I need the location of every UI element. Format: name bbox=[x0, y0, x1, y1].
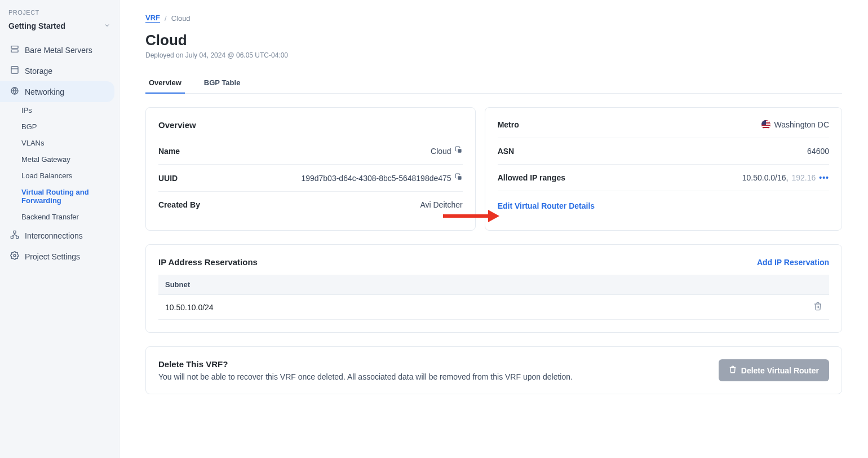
svg-rect-24 bbox=[761, 120, 766, 125]
delete-vrf-card: Delete This VRF? You will not be able to… bbox=[145, 346, 842, 394]
field-value: Avi Deitcher bbox=[420, 200, 462, 209]
overview-row-uuid: UUID 199d7b03-d64c-4308-8bc5-5648198de47… bbox=[158, 165, 463, 192]
subnav-networking: IPs BGP VLANs Metal Gateway Load Balance… bbox=[0, 102, 119, 225]
metro-value: Washington DC bbox=[774, 120, 829, 129]
sidebar-item-networking[interactable]: Networking bbox=[0, 81, 114, 102]
field-label: Name bbox=[158, 147, 180, 156]
field-label: UUID bbox=[158, 174, 178, 183]
subnet-cell: 10.50.10.0/24 bbox=[158, 295, 795, 320]
iprange-primary: 10.50.0.0/16, bbox=[742, 173, 789, 182]
delete-text: Delete This VRF? You will not be able to… bbox=[158, 359, 573, 381]
project-picker-label: Getting Started bbox=[8, 21, 65, 30]
sidebar-item-project-settings[interactable]: Project Settings bbox=[0, 246, 119, 267]
sidebar: PROJECT Getting Started Bare Metal Serve… bbox=[0, 0, 119, 458]
table-row: 10.50.10.0/24 bbox=[158, 295, 829, 320]
name-value: Cloud bbox=[431, 147, 451, 156]
servers-icon bbox=[10, 45, 19, 55]
copy-icon[interactable] bbox=[455, 173, 463, 183]
gear-icon bbox=[10, 251, 19, 262]
delete-button-label: Delete Virtual Router bbox=[741, 366, 819, 375]
svg-rect-23 bbox=[761, 128, 770, 129]
edit-virtual-router-details-link[interactable]: Edit Virtual Router Details bbox=[498, 201, 595, 210]
svg-line-13 bbox=[15, 235, 17, 236]
field-value: 10.50.0.0/16, 192.16 ••• bbox=[742, 173, 829, 182]
svg-rect-10 bbox=[16, 236, 19, 239]
iprange-secondary: 192.16 bbox=[791, 173, 816, 182]
subnav-item-vlans[interactable]: VLANs bbox=[0, 135, 119, 151]
subnav-item-ips[interactable]: IPs bbox=[0, 102, 119, 118]
uuid-value: 199d7b03-d64c-4308-8bc5-5648198de475 bbox=[301, 174, 451, 183]
ip-reservations-table: Subnet 10.50.10.0/24 bbox=[158, 275, 829, 320]
sidebar-item-bare-metal-servers[interactable]: Bare Metal Servers bbox=[0, 39, 119, 60]
svg-rect-8 bbox=[14, 231, 16, 233]
subnav-item-bgp[interactable]: BGP bbox=[0, 118, 119, 135]
field-value: 199d7b03-d64c-4308-8bc5-5648198de475 bbox=[301, 173, 462, 183]
tab-bgp-table[interactable]: BGP Table bbox=[201, 73, 244, 94]
svg-rect-22 bbox=[761, 126, 770, 127]
trash-icon bbox=[729, 365, 737, 375]
breadcrumb-separator: / bbox=[165, 14, 167, 23]
tabs: Overview BGP Table bbox=[145, 73, 842, 94]
svg-rect-9 bbox=[11, 236, 13, 239]
delete-body: You will not be able to recover this VRF… bbox=[158, 372, 573, 381]
us-flag-icon bbox=[761, 120, 770, 129]
svg-rect-0 bbox=[11, 46, 18, 49]
add-ip-reservation-link[interactable]: Add IP Reservation bbox=[757, 258, 829, 267]
storage-icon bbox=[10, 65, 19, 76]
ip-reservations-card: IP Address Reservations Add IP Reservati… bbox=[145, 244, 842, 333]
subnav-item-vrf[interactable]: Virtual Routing and Forwarding bbox=[0, 184, 119, 209]
sidebar-item-label: Project Settings bbox=[25, 252, 80, 261]
trash-icon[interactable] bbox=[813, 303, 822, 312]
overview-row-createdby: Created By Avi Deitcher bbox=[158, 192, 463, 218]
primary-nav: Bare Metal Servers Storage Networking IP… bbox=[0, 39, 119, 267]
more-icon[interactable]: ••• bbox=[819, 173, 829, 182]
subnav-item-load-balancers[interactable]: Load Balancers bbox=[0, 168, 119, 184]
sidebar-section-label: PROJECT bbox=[0, 9, 119, 16]
metro-card: Metro Washington DC ASN 64600 Allowed IP… bbox=[485, 107, 842, 231]
field-value: Cloud bbox=[431, 146, 463, 156]
svg-rect-1 bbox=[11, 50, 18, 52]
metro-row-metro: Metro Washington DC bbox=[498, 120, 829, 138]
field-label: Metro bbox=[498, 120, 519, 129]
project-picker[interactable]: Getting Started bbox=[0, 16, 119, 36]
page-title: Cloud bbox=[145, 32, 842, 49]
field-label: Created By bbox=[158, 200, 200, 209]
metro-row-asn: ASN 64600 bbox=[498, 138, 829, 165]
subnav-item-metal-gateway[interactable]: Metal Gateway bbox=[0, 151, 119, 168]
sidebar-item-storage[interactable]: Storage bbox=[0, 60, 119, 81]
table-header-subnet: Subnet bbox=[158, 275, 795, 295]
field-label: Allowed IP ranges bbox=[498, 173, 565, 182]
svg-rect-18 bbox=[458, 176, 461, 179]
field-value: Washington DC bbox=[761, 120, 829, 129]
svg-point-14 bbox=[14, 254, 16, 257]
breadcrumb-root[interactable]: VRF bbox=[145, 14, 160, 23]
overview-card-title: Overview bbox=[158, 120, 463, 130]
subnav-item-backend-transfer[interactable]: Backend Transfer bbox=[0, 209, 119, 225]
svg-rect-4 bbox=[11, 67, 18, 73]
hierarchy-icon bbox=[10, 230, 19, 241]
delete-virtual-router-button[interactable]: Delete Virtual Router bbox=[719, 359, 829, 381]
breadcrumb: VRF / Cloud bbox=[145, 14, 842, 23]
overview-card: Overview Name Cloud UUID 199d7b03-d64c-4… bbox=[145, 107, 476, 231]
page-subtitle: Deployed on July 04, 2024 @ 06.05 UTC-04… bbox=[145, 51, 842, 59]
svg-rect-17 bbox=[458, 149, 461, 152]
globe-icon bbox=[10, 86, 19, 97]
overview-row-name: Name Cloud bbox=[158, 138, 463, 165]
tab-overview[interactable]: Overview bbox=[145, 73, 185, 94]
svg-line-12 bbox=[12, 235, 15, 236]
sidebar-item-label: Bare Metal Servers bbox=[25, 46, 92, 55]
asn-value: 64600 bbox=[807, 147, 829, 156]
chevron-down-icon bbox=[104, 21, 110, 30]
copy-icon[interactable] bbox=[455, 146, 463, 156]
sidebar-item-label: Interconnections bbox=[25, 231, 83, 240]
delete-title: Delete This VRF? bbox=[158, 359, 573, 369]
field-label: ASN bbox=[498, 147, 515, 156]
metro-row-ipranges: Allowed IP ranges 10.50.0.0/16, 192.16 •… bbox=[498, 165, 829, 191]
sidebar-item-interconnections[interactable]: Interconnections bbox=[0, 225, 119, 246]
main-content: VRF / Cloud Cloud Deployed on July 04, 2… bbox=[119, 0, 868, 458]
ip-reservations-title: IP Address Reservations bbox=[158, 257, 258, 267]
breadcrumb-current: Cloud bbox=[171, 14, 191, 23]
sidebar-item-label: Storage bbox=[25, 67, 52, 76]
sidebar-item-label: Networking bbox=[25, 87, 64, 96]
